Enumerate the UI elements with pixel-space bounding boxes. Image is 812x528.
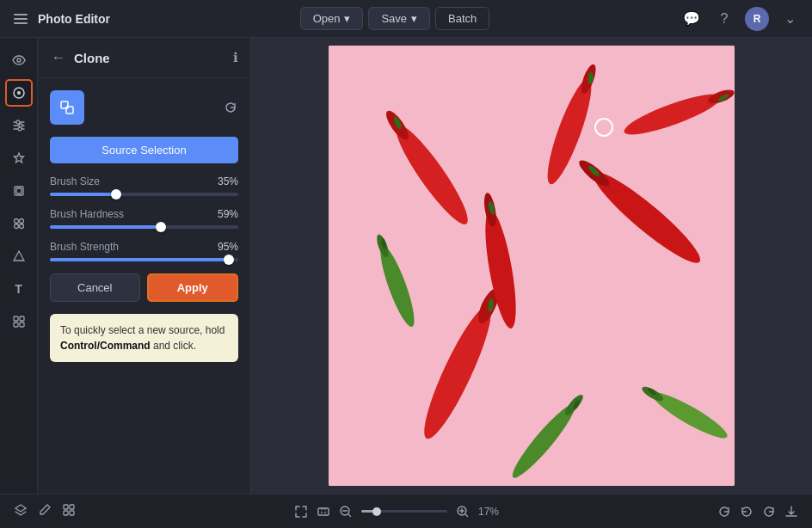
svg-rect-46 (70, 505, 74, 509)
svg-point-6 (19, 219, 23, 224)
source-selection-button[interactable]: Source Selection (50, 137, 238, 163)
zoom-in-button[interactable] (456, 505, 470, 519)
action-buttons: Cancel Apply (50, 273, 238, 302)
refresh-button[interactable] (223, 100, 238, 115)
topbar-center: Open ▾ Save ▾ Batch (110, 7, 680, 30)
sidebar-item-misc[interactable] (5, 308, 33, 335)
zoom-percentage: 17% (478, 506, 499, 518)
apply-button[interactable]: Apply (147, 273, 239, 302)
clone-panel: ← Clone ℹ (38, 38, 251, 494)
bottom-center: 17% (294, 505, 499, 519)
svg-point-5 (14, 219, 18, 224)
sidebar-item-shapes[interactable] (5, 243, 33, 270)
aspect-ratio-button[interactable] (317, 505, 330, 519)
tooltip-text2: and click. (151, 340, 196, 352)
tooltip-box: To quickly select a new source, hold Con… (50, 314, 238, 362)
brush-size-slider-row: Brush Size 35% (50, 175, 238, 196)
svg-point-2 (17, 91, 21, 95)
avatar[interactable]: R (745, 7, 769, 31)
brush-strength-label: Brush Strength (50, 241, 119, 253)
tooltip-text1: To quickly select a new source, hold (60, 324, 225, 336)
sidebar-item-text[interactable]: T (5, 275, 33, 303)
sidebar-item-active[interactable] (5, 79, 33, 107)
topbar-left: Photo Editor (10, 10, 110, 28)
open-button[interactable]: Open ▾ (300, 7, 364, 30)
main-content: T ← Clone ℹ (0, 38, 812, 494)
icon-sidebar: T (0, 38, 38, 494)
sidebar-item-adjustments[interactable] (5, 112, 33, 139)
sidebar-item-layers[interactable] (5, 177, 33, 205)
panel-title: Clone (74, 51, 226, 65)
brush-strength-slider-row: Brush Strength 95% (50, 241, 238, 261)
bottom-left (14, 503, 76, 519)
back-button[interactable]: ← (50, 48, 67, 67)
zoom-slider[interactable] (361, 510, 447, 513)
menu-icon[interactable] (10, 10, 31, 28)
canvas-area[interactable] (251, 38, 812, 494)
canvas-image[interactable] (329, 46, 735, 486)
svg-rect-45 (64, 505, 68, 509)
svg-rect-13 (20, 322, 24, 327)
tool-icons-row (50, 90, 238, 125)
download-button[interactable] (784, 505, 798, 519)
topbar-right: 💬 ? R ⌄ (680, 7, 802, 31)
brush-hardness-track[interactable] (50, 225, 238, 229)
batch-button[interactable]: Batch (435, 7, 489, 30)
edit-icon[interactable] (38, 503, 52, 519)
chat-icon-button[interactable]: 💬 (680, 7, 704, 31)
app-title: Photo Editor (38, 12, 110, 26)
brush-hardness-value: 59% (218, 208, 238, 220)
redo-button[interactable] (762, 505, 776, 519)
sidebar-item-objects[interactable] (5, 210, 33, 237)
refresh-canvas-button[interactable] (717, 505, 731, 519)
brush-size-label: Brush Size (50, 175, 100, 187)
info-button[interactable]: ℹ (233, 50, 238, 65)
tooltip-bold: Control/Command (60, 340, 151, 352)
svg-point-8 (19, 224, 23, 229)
brush-size-track[interactable] (50, 193, 238, 196)
svg-point-0 (17, 58, 21, 62)
svg-marker-9 (14, 251, 24, 261)
svg-rect-49 (318, 508, 329, 515)
topbar: Photo Editor Open ▾ Save ▾ Batch 💬 ? R ⌄ (0, 0, 812, 38)
sidebar-item-view[interactable] (5, 46, 33, 74)
cancel-button[interactable]: Cancel (50, 273, 140, 302)
brush-strength-track[interactable] (50, 258, 238, 261)
layers-icon[interactable] (14, 503, 28, 519)
svg-rect-4 (16, 188, 22, 193)
bottombar: 17% (0, 494, 812, 528)
svg-point-7 (14, 224, 18, 229)
bottom-right (717, 505, 798, 519)
sidebar-item-effects[interactable] (5, 144, 33, 172)
undo-button[interactable] (740, 505, 754, 519)
chevron-down-icon: ▾ (411, 12, 417, 25)
zoom-out-button[interactable] (339, 505, 353, 519)
help-icon-button[interactable]: ? (712, 7, 736, 31)
svg-rect-10 (14, 316, 18, 321)
svg-rect-11 (20, 316, 24, 321)
svg-rect-12 (14, 322, 18, 327)
panel-header: ← Clone ℹ (38, 38, 250, 78)
brush-hardness-label: Brush Hardness (50, 208, 124, 220)
panel-body: Source Selection Brush Size 35% Brush Ha… (38, 78, 250, 374)
brush-strength-value: 95% (218, 241, 238, 253)
clone-tool-icon[interactable] (50, 90, 84, 125)
grid-icon[interactable] (62, 503, 76, 519)
brush-hardness-slider-row: Brush Hardness 59% (50, 208, 238, 229)
svg-rect-47 (64, 511, 68, 515)
canvas-svg (329, 46, 735, 486)
expand-icon-button[interactable]: ⌄ (778, 7, 802, 31)
chevron-down-icon: ▾ (344, 12, 350, 25)
fit-screen-button[interactable] (294, 505, 308, 519)
brush-size-value: 35% (218, 175, 238, 187)
save-button[interactable]: Save ▾ (368, 7, 430, 30)
svg-rect-48 (70, 511, 74, 515)
